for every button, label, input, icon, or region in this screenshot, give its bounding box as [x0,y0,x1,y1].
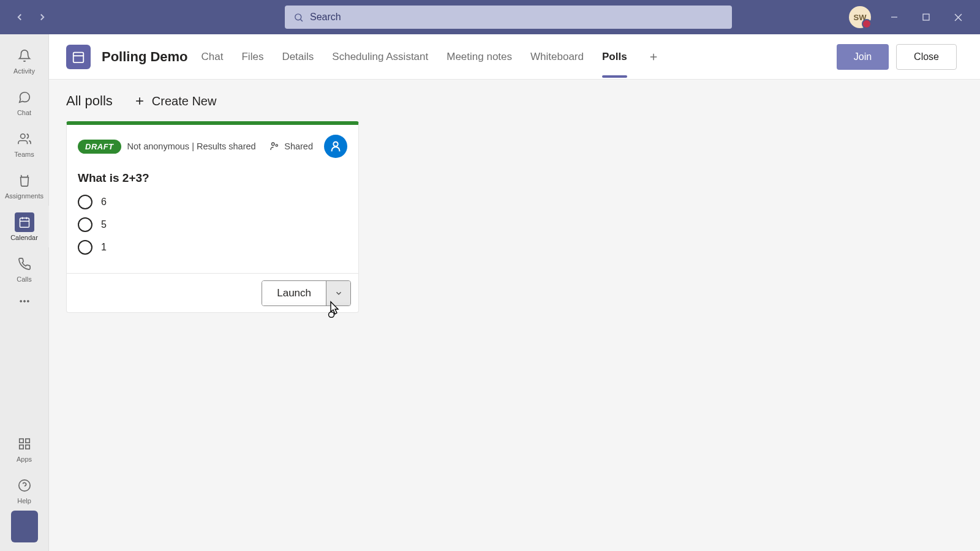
poll-option[interactable]: 6 [78,195,347,209]
radio-icon [78,240,92,255]
tab-polls[interactable]: Polls [602,37,627,77]
rail-calendar[interactable]: Calendar [0,206,49,247]
poll-question: What is 2+3? [78,171,347,185]
shared-icon [269,141,280,152]
tab-meeting-notes[interactable]: Meeting notes [447,37,512,77]
help-icon [18,479,31,492]
radio-icon [78,195,92,209]
create-new-button[interactable]: Create New [134,94,217,108]
ellipsis-icon [18,295,31,307]
svg-point-0 [295,13,301,20]
tab-files[interactable]: Files [241,37,263,77]
owner-avatar[interactable] [324,135,347,158]
poll-card: DRAFT Not anonymous | Results shared Sha… [66,121,359,313]
meeting-icon [66,45,91,69]
polls-body: All polls Create New DRAFT Not anonymous… [49,80,980,326]
svg-rect-22 [74,52,84,62]
add-tab-button[interactable] [646,49,662,65]
teams-icon [18,132,31,146]
launch-button[interactable]: Launch [262,281,326,305]
svg-point-30 [333,142,337,146]
launch-dropdown-toggle[interactable] [326,281,350,305]
search-icon [293,12,304,23]
user-avatar[interactable]: SW [849,6,871,28]
svg-rect-3 [923,14,929,20]
svg-rect-17 [19,444,23,448]
rail-mobile-button[interactable] [11,511,38,542]
content-header: Polling Demo Chat Files Details Scheduli… [49,34,980,80]
bell-icon [18,49,31,62]
svg-rect-16 [25,444,29,448]
poll-option[interactable]: 5 [78,217,347,232]
phone-icon [18,257,31,271]
rail-chat[interactable]: Chat [0,81,49,122]
svg-line-1 [301,19,303,21]
svg-point-28 [272,143,275,146]
tab-scheduling-assistant[interactable]: Scheduling Assistant [332,37,428,77]
plus-icon [648,51,659,62]
titlebar: Search SW [0,0,980,34]
mobile-icon [19,519,30,534]
rail-assignments[interactable]: Assignments [0,164,49,206]
tab-whiteboard[interactable]: Whiteboard [530,37,584,77]
rail-more[interactable] [0,289,49,313]
shared-indicator: Shared [269,141,313,152]
plus-icon [134,95,146,107]
chat-icon [18,91,31,104]
content-area: Polling Demo Chat Files Details Scheduli… [49,34,980,551]
svg-rect-14 [19,438,23,442]
tabs: Chat Files Details Scheduling Assistant … [202,37,662,77]
svg-point-18 [18,479,29,490]
svg-point-12 [23,301,25,302]
person-icon [329,140,342,153]
search-placeholder: Search [310,12,341,23]
svg-point-29 [276,144,277,146]
svg-point-6 [20,133,24,138]
nav-forward-button[interactable] [32,7,52,27]
nav-back-button[interactable] [10,7,29,27]
rail-help[interactable]: Help [0,469,49,511]
search-input[interactable]: Search [285,6,732,29]
svg-rect-20 [21,522,27,531]
join-button[interactable]: Join [837,44,889,70]
svg-rect-15 [25,438,29,442]
poll-option[interactable]: 1 [78,240,347,255]
rail-teams[interactable]: Teams [0,122,49,164]
window-maximize-button[interactable] [910,5,942,29]
tab-details[interactable]: Details [282,37,314,77]
draft-badge: DRAFT [78,140,121,154]
rail-calls[interactable]: Calls [0,247,49,289]
radio-icon [78,217,92,232]
page-title: Polling Demo [102,49,188,65]
poll-meta-text: Not anonymous | Results shared [127,141,256,151]
window-close-button[interactable] [942,5,974,29]
tab-chat[interactable]: Chat [202,37,224,77]
chevron-down-icon [334,289,343,298]
svg-point-11 [20,301,21,302]
app-rail: Activity Chat Teams Assignments Calendar… [0,34,49,551]
svg-rect-7 [20,218,29,227]
apps-icon [18,437,31,451]
close-button[interactable]: Close [896,44,957,70]
all-polls-heading: All polls [66,93,113,109]
rail-apps[interactable]: Apps [0,427,49,469]
rail-activity[interactable]: Activity [0,39,49,81]
calendar-icon [18,216,31,228]
window-minimize-button[interactable] [878,5,910,29]
svg-point-13 [27,301,29,302]
assignments-icon [18,174,31,187]
